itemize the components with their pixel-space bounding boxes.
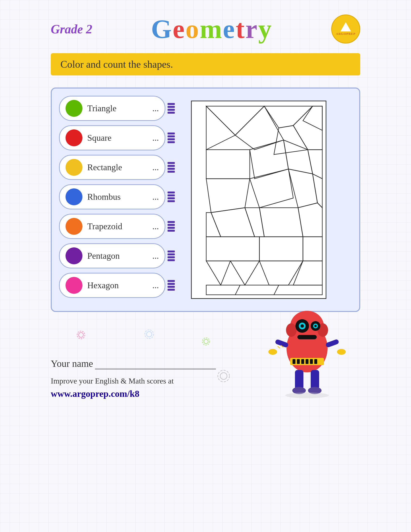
trapezoid-color-circle: [65, 218, 83, 235]
svg-line-66: [278, 346, 280, 348]
svg-rect-22: [303, 237, 322, 261]
svg-marker-3: [206, 106, 235, 150]
svg-line-28: [235, 285, 240, 295]
svg-rect-20: [206, 237, 259, 261]
grade-label: Grade 2: [51, 22, 92, 36]
shape-item-triangle: Triangle...: [59, 96, 165, 121]
robot-character: [268, 300, 346, 401]
logo: ARGOPREP: [331, 15, 360, 44]
svg-point-42: [286, 323, 297, 337]
svg-marker-9: [284, 140, 313, 174]
robot-svg: [268, 300, 346, 401]
svg-point-49: [314, 325, 317, 327]
shapes-list: Triangle...Square...Rectangle...Rhombus.…: [59, 96, 165, 304]
instruction-text: Color and count the shapes.: [60, 59, 173, 70]
svg-rect-62: [275, 339, 289, 348]
svg-point-34: [204, 339, 208, 344]
svg-rect-21: [259, 237, 303, 261]
svg-rect-54: [301, 359, 304, 364]
gear-icon-1: [75, 329, 87, 342]
svg-rect-57: [314, 359, 317, 364]
hexagon-label: Hexagon: [87, 280, 148, 290]
svg-marker-10: [308, 150, 322, 179]
svg-marker-18: [259, 208, 303, 237]
gear-icon-2: [143, 328, 156, 342]
svg-marker-4: [235, 106, 284, 150]
shape-item-pentagon: Pentagon...: [59, 243, 165, 268]
svg-marker-17: [245, 208, 264, 237]
svg-rect-55: [306, 359, 308, 364]
shape-item-square: Square...: [59, 125, 165, 150]
svg-marker-8: [250, 140, 289, 179]
rhombus-dots: ...: [152, 192, 159, 202]
svg-point-68: [285, 392, 329, 398]
pentagon-color-circle: [65, 247, 83, 264]
rhombus-color-circle: [65, 188, 83, 205]
svg-marker-16: [211, 208, 255, 237]
rectangle-connector: [168, 162, 175, 173]
square-dots: ...: [152, 133, 159, 143]
svg-marker-13: [289, 169, 318, 208]
logo-text: ARGOPREP: [336, 32, 356, 36]
footer-section: Your name Improve your English & Math sc…: [51, 326, 360, 406]
logo-boat-icon: [340, 22, 351, 31]
name-underline[interactable]: [95, 369, 216, 369]
triangle-label: Triangle: [87, 103, 148, 114]
svg-rect-56: [310, 359, 313, 364]
hexagon-dots: ...: [152, 280, 159, 290]
svg-rect-63: [325, 339, 339, 348]
svg-point-35: [202, 338, 210, 345]
hexagon-connector: [168, 280, 175, 291]
svg-point-30: [79, 332, 84, 337]
svg-rect-7: [206, 150, 250, 179]
square-connector: [168, 133, 175, 143]
svg-rect-27: [206, 285, 322, 295]
triangle-connector: [168, 103, 175, 114]
svg-point-47: [300, 324, 304, 328]
svg-marker-12: [250, 169, 293, 208]
trapezoid-dots: ...: [152, 221, 159, 231]
rhombus-connector: [168, 191, 175, 202]
pentagon-connector: [168, 250, 175, 261]
rectangle-dots: ...: [152, 162, 159, 172]
main-content-area: Triangle...Square...Rectangle...Rhombus.…: [51, 87, 360, 312]
shape-item-rectangle: Rectangle...: [59, 155, 165, 180]
svg-point-31: [77, 331, 85, 339]
svg-marker-15: [206, 213, 221, 237]
svg-marker-19: [298, 203, 322, 237]
svg-line-29: [274, 285, 279, 295]
svg-rect-59: [311, 370, 319, 389]
svg-marker-2: [303, 106, 322, 130]
svg-rect-58: [295, 370, 303, 389]
shapes-canvas: [191, 101, 326, 299]
svg-rect-50: [297, 335, 317, 339]
svg-rect-53: [297, 359, 300, 364]
drawing-area: [165, 96, 352, 304]
square-color-circle: [65, 129, 83, 146]
pentagon-label: Pentagon: [87, 251, 148, 261]
svg-rect-52: [292, 359, 295, 364]
svg-marker-25: [259, 261, 303, 285]
svg-marker-26: [293, 261, 322, 285]
pentagon-dots: ...: [152, 251, 159, 261]
page-title: Geometry: [151, 16, 272, 42]
instruction-banner: Color and count the shapes.: [51, 53, 360, 76]
svg-marker-0: [206, 106, 264, 135]
svg-marker-24: [230, 261, 259, 285]
triangle-color-circle: [65, 100, 83, 117]
header: Grade 2 Geometry ARGOPREP: [51, 15, 360, 44]
svg-marker-23: [206, 261, 230, 285]
svg-point-64: [268, 349, 277, 355]
your-name-label: Your name: [51, 358, 93, 369]
trapezoid-connector: [168, 221, 175, 232]
svg-point-33: [145, 330, 154, 339]
shape-item-rhombus: Rhombus...: [59, 184, 165, 209]
shape-item-trapezoid: Trapezoid...: [59, 214, 165, 239]
hexagon-color-circle: [65, 277, 83, 294]
gear-icon-3: [201, 336, 212, 348]
square-label: Square: [87, 133, 148, 143]
svg-point-65: [337, 349, 346, 355]
trapezoid-label: Trapezoid: [87, 221, 148, 231]
svg-point-32: [147, 332, 152, 337]
rectangle-color-circle: [65, 159, 83, 176]
